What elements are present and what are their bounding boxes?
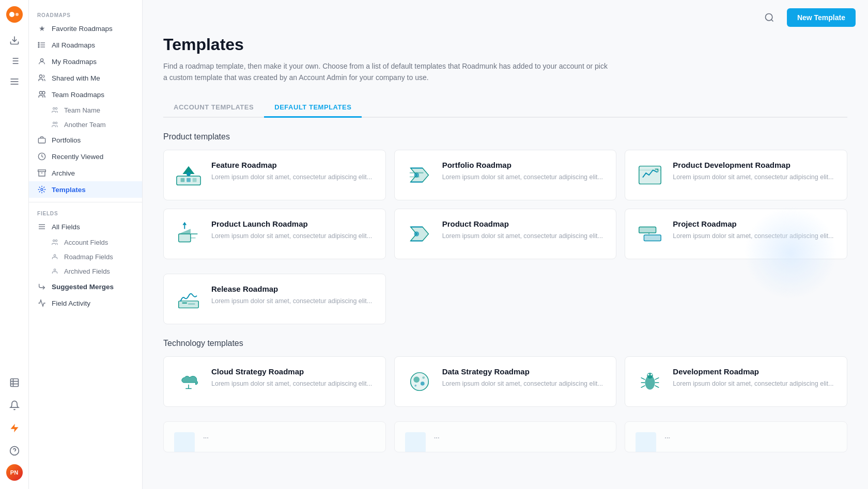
product-launch-roadmap-icon <box>174 219 203 248</box>
sidebar-item-my-roadmaps[interactable]: My Roadmaps <box>29 53 142 70</box>
sidebar-item-archived-fields[interactable]: Archived Fields <box>29 264 142 278</box>
template-card-development-roadmap[interactable]: Development Roadmap Lorem ipsum dolor si… <box>625 356 847 407</box>
svg-point-31 <box>53 122 55 124</box>
rail-download-icon[interactable] <box>5 31 24 50</box>
merge-icon <box>37 282 47 291</box>
team-icon <box>37 90 47 99</box>
star-icon: ★ <box>37 24 47 33</box>
archive-icon <box>37 168 47 178</box>
svg-point-26 <box>39 75 42 77</box>
rail-lightning-icon[interactable] <box>5 419 24 437</box>
template-card-partial-3[interactable]: ... <box>625 421 847 452</box>
svg-point-28 <box>42 91 45 94</box>
cloud-strategy-body: Cloud Strategy Roadmap Lorem ipsum dolor… <box>211 367 375 389</box>
svg-point-24 <box>38 46 39 48</box>
portfolio-roadmap-desc: Lorem ipsum dolor sit amet, consectetur … <box>442 172 606 182</box>
app-logo[interactable] <box>6 6 23 23</box>
product-dev-roadmap-desc: Lorem ipsum dolor sit amet, consectetur … <box>673 172 836 182</box>
sidebar-item-shared-with-me[interactable]: Shared with Me <box>29 70 142 86</box>
sidebar-item-suggested-merges[interactable]: Suggested Merges <box>29 278 142 295</box>
tab-default-templates[interactable]: DEFAULT TEMPLATES <box>264 98 362 118</box>
cloud-strategy-desc: Lorem ipsum dolor sit amet, consectetur … <box>211 379 375 389</box>
page-description: Find a roadmap template, then make it yo… <box>163 60 608 84</box>
template-card-portfolio-roadmap[interactable]: Portfolio Roadmap Lorem ipsum dolor sit … <box>394 150 617 200</box>
template-card-cloud-strategy[interactable]: Cloud Strategy Roadmap Lorem ipsum dolor… <box>163 356 386 407</box>
svg-point-27 <box>39 91 42 94</box>
sidebar-item-portfolios[interactable]: Portfolios <box>29 132 142 148</box>
person-icon <box>37 57 47 66</box>
svg-rect-76 <box>639 227 656 233</box>
cloud-strategy-title: Cloud Strategy Roadmap <box>211 367 375 376</box>
project-roadmap-icon <box>636 219 664 248</box>
product-dev-roadmap-icon <box>636 161 664 190</box>
rail-help-icon[interactable] <box>5 441 24 460</box>
development-roadmap-body: Development Roadmap Lorem ipsum dolor si… <box>673 367 836 389</box>
sidebar-item-all-fields[interactable]: All Fields <box>29 218 142 235</box>
sidebar-item-all-roadmaps[interactable]: All Roadmaps <box>29 37 142 53</box>
svg-rect-12 <box>10 379 18 387</box>
data-strategy-title: Data Strategy Roadmap <box>442 367 606 376</box>
sidebar-item-team-name[interactable]: Team Name <box>29 103 142 117</box>
svg-point-22 <box>38 42 39 43</box>
template-card-release-roadmap[interactable]: Release Roadmap Lorem ipsum dolor sit am… <box>163 274 386 324</box>
template-card-product-dev-roadmap[interactable]: Product Development Roadmap Lorem ipsum … <box>625 150 847 200</box>
new-template-button[interactable]: New Template <box>787 8 856 27</box>
svg-point-89 <box>421 382 425 386</box>
svg-point-25 <box>40 59 43 61</box>
svg-marker-71 <box>410 227 428 241</box>
development-roadmap-desc: Lorem ipsum dolor sit amet, consectetur … <box>673 379 836 389</box>
clock-icon <box>37 152 47 161</box>
rail-table-icon[interactable] <box>5 373 24 392</box>
svg-marker-54 <box>410 168 428 182</box>
template-card-partial-1[interactable]: ... <box>163 421 386 452</box>
rail-list-icon[interactable] <box>5 52 24 70</box>
svg-point-93 <box>647 372 654 378</box>
activity-icon <box>37 298 47 308</box>
rail-bell-icon[interactable] <box>5 396 24 415</box>
sidebar-item-templates[interactable]: Templates <box>29 181 142 198</box>
svg-rect-51 <box>181 178 185 182</box>
team-sub-icon2 <box>51 120 59 129</box>
product-launch-roadmap-title: Product Launch Roadmap <box>211 219 375 228</box>
svg-rect-64 <box>179 234 191 242</box>
svg-point-30 <box>55 107 57 109</box>
user-avatar[interactable]: PN <box>6 464 23 481</box>
svg-line-46 <box>771 20 773 22</box>
svg-point-44 <box>54 269 56 271</box>
sidebar-item-roadmap-fields[interactable]: Roadmap Fields <box>29 249 142 264</box>
sidebar-item-field-activity[interactable]: Field Activity <box>29 295 142 311</box>
sidebar-item-team-roadmaps[interactable]: Team Roadmaps <box>29 86 142 103</box>
product-roadmap-desc: Lorem ipsum dolor sit amet, consectetur … <box>442 231 606 241</box>
svg-marker-66 <box>179 229 191 234</box>
svg-point-43 <box>54 255 56 257</box>
template-card-partial-2[interactable]: ... <box>394 421 617 452</box>
feature-roadmap-icon <box>174 161 203 190</box>
rail-lines-icon[interactable] <box>5 72 24 91</box>
template-card-product-launch-roadmap[interactable]: Product Launch Roadmap Lorem ipsum dolor… <box>163 209 386 259</box>
roadmaps-section-label: ROADMAPS <box>29 8 142 20</box>
data-strategy-body: Data Strategy Roadmap Lorem ipsum dolor … <box>442 367 606 389</box>
svg-point-101 <box>651 374 653 375</box>
tab-account-templates[interactable]: ACCOUNT TEMPLATES <box>163 98 264 118</box>
search-button[interactable] <box>760 8 779 27</box>
template-card-feature-roadmap[interactable]: Feature Roadmap Lorem ipsum dolor sit am… <box>163 150 386 200</box>
portfolio-icon <box>37 135 47 145</box>
product-roadmap-title: Product Roadmap <box>442 219 606 228</box>
sidebar-item-another-team[interactable]: Another Team <box>29 117 142 132</box>
svg-point-1 <box>9 12 14 17</box>
template-card-project-roadmap[interactable]: Project Roadmap Lorem ipsum dolor sit am… <box>625 209 847 259</box>
technology-templates-section: Technology templates Cloud Strategy Road… <box>163 339 847 407</box>
sidebar-item-archive[interactable]: Archive <box>29 165 142 181</box>
fields-section-label: FIELDS <box>29 207 142 218</box>
svg-point-23 <box>38 44 39 45</box>
svg-point-88 <box>413 376 420 383</box>
cloud-strategy-icon <box>174 367 203 396</box>
template-card-data-strategy[interactable]: Data Strategy Roadmap Lorem ipsum dolor … <box>394 356 617 407</box>
svg-point-100 <box>648 374 649 375</box>
sidebar-item-favorite-roadmaps[interactable]: ★ Favorite Roadmaps <box>29 20 142 37</box>
sidebar-item-recently-viewed[interactable]: Recently Viewed <box>29 148 142 165</box>
page-title: Templates <box>163 35 847 54</box>
sidebar-item-account-fields[interactable]: Account Fields <box>29 235 142 249</box>
svg-rect-78 <box>644 235 661 241</box>
template-card-product-roadmap[interactable]: Product Roadmap Lorem ipsum dolor sit am… <box>394 209 617 259</box>
